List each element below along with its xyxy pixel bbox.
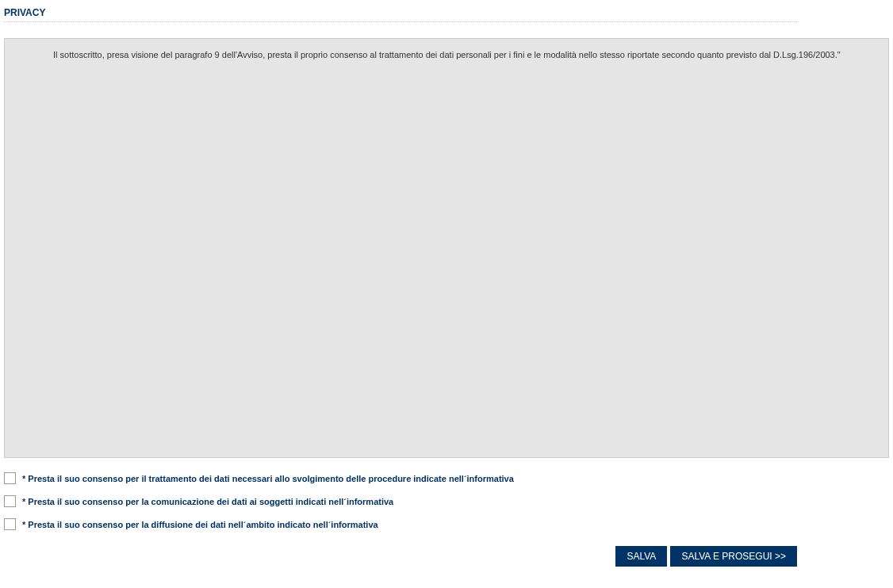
consent-label-2: * Presta il suo consenso per la comunica… [22,497,393,506]
privacy-text-box: Il sottoscritto, presa visione del parag… [4,38,889,458]
button-row: SALVA SALVA E PROSEGUI >> [4,546,797,567]
consent-checkbox-1[interactable] [4,472,16,484]
consent-label-3: * Presta il suo consenso per la diffusio… [22,520,378,529]
consent-row-3: * Presta il suo consenso per la diffusio… [4,518,889,530]
consent-label-1: * Presta il suo consenso per il trattame… [22,474,514,483]
consent-row-2: * Presta il suo consenso per la comunica… [4,495,889,507]
privacy-text: Il sottoscritto, presa visione del parag… [10,48,883,62]
consent-row-1: * Presta il suo consenso per il trattame… [4,472,889,484]
consent-checkbox-2[interactable] [4,495,16,507]
save-button[interactable]: SALVA [615,546,667,567]
page-title: PRIVACY [4,4,797,22]
consent-checkbox-3[interactable] [4,518,16,530]
save-continue-button[interactable]: SALVA E PROSEGUI >> [670,546,797,567]
